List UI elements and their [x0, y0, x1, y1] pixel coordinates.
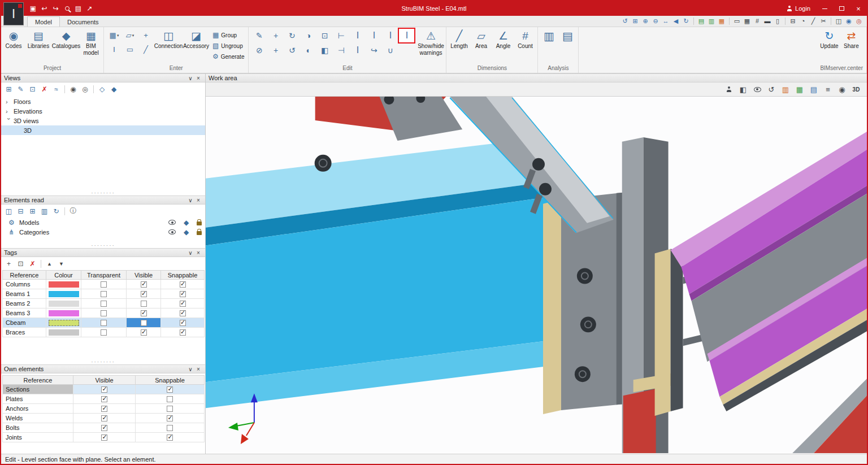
- expander-icon[interactable]: ›: [6, 98, 14, 105]
- snappable-checkbox[interactable]: [167, 415, 173, 421]
- cyan-beam[interactable]: [206, 138, 552, 408]
- zoom-window-icon[interactable]: ⊞: [631, 16, 640, 25]
- lock-icon[interactable]: [197, 231, 202, 235]
- tab-model[interactable]: Model: [27, 16, 60, 27]
- connection-button[interactable]: ◫ Connection: [155, 28, 181, 51]
- takeoff-view-icon[interactable]: ▦: [795, 84, 805, 94]
- tags-row-beams3[interactable]: Beams 3: [3, 308, 205, 318]
- camera-copy-icon[interactable]: ◎: [80, 84, 90, 94]
- zoom-search-icon[interactable]: [62, 4, 72, 14]
- visible-checkbox[interactable]: [141, 329, 147, 336]
- tag-tool-icon[interactable]: ◧: [316, 43, 333, 58]
- eye-view-icon[interactable]: [752, 84, 762, 94]
- orbit-view-icon[interactable]: ↺: [766, 84, 776, 94]
- viewport-3d[interactable]: [206, 96, 867, 454]
- slab-insert-icon[interactable]: ▭: [122, 42, 138, 57]
- visibility-eye-icon[interactable]: [168, 229, 176, 234]
- move-point-tool-icon[interactable]: +: [267, 43, 284, 58]
- add-tag-icon[interactable]: +: [4, 259, 14, 268]
- snappable-checkbox[interactable]: [167, 434, 173, 441]
- info-icon[interactable]: ⓘ: [68, 206, 78, 216]
- rotate-ccw-tool-icon[interactable]: ↺: [284, 43, 300, 58]
- cut-icon[interactable]: ✂: [819, 16, 828, 25]
- panel-splitter[interactable]: ········: [1, 360, 205, 364]
- report-icon[interactable]: ▤: [697, 16, 706, 25]
- analysis-table-icon[interactable]: ▥: [540, 28, 557, 44]
- tags-row-braces[interactable]: Braces: [3, 328, 205, 337]
- own-row-joints[interactable]: Joints: [3, 433, 205, 442]
- redraw-icon[interactable]: ↻: [682, 16, 691, 25]
- axes-insert-icon[interactable]: +: [138, 28, 154, 42]
- close-panel-icon[interactable]: ×: [194, 197, 202, 203]
- collapse-panel-icon[interactable]: ∨: [186, 75, 194, 81]
- lock-icon[interactable]: [197, 221, 202, 225]
- transparent-checkbox[interactable]: [101, 320, 107, 326]
- transparent-checkbox[interactable]: [101, 281, 107, 288]
- copy-tag-icon[interactable]: ⊡: [16, 259, 25, 268]
- previous-view-icon[interactable]: ◀: [671, 16, 680, 25]
- magenta-beam[interactable]: [671, 132, 867, 411]
- weld-insert-icon[interactable]: ╱: [138, 42, 154, 57]
- closed-views-icon[interactable]: ◆: [109, 84, 119, 94]
- beam-insert-icon[interactable]: Ⅰ: [106, 42, 122, 57]
- app-menu-button[interactable]: Ⅰ: [3, 2, 24, 25]
- analysis-results-icon[interactable]: ▤: [559, 28, 576, 44]
- tags-row-beams1[interactable]: Beams 1: [3, 289, 205, 299]
- libraries-button[interactable]: ▤ Libraries: [25, 28, 51, 51]
- visible-checkbox[interactable]: [101, 406, 107, 412]
- own-row-sections[interactable]: Sections: [3, 385, 205, 394]
- group-button[interactable]: ▦ Group: [211, 30, 246, 40]
- panel-splitter[interactable]: ········: [1, 191, 205, 195]
- online-globe-icon[interactable]: ◉: [844, 16, 853, 25]
- expander-icon[interactable]: ›: [6, 108, 14, 115]
- screen-icon[interactable]: ▬: [763, 16, 772, 25]
- rotate-tool-icon[interactable]: ↻: [284, 28, 300, 43]
- visible-checkbox[interactable]: [141, 310, 147, 316]
- undo-icon[interactable]: ↩: [40, 4, 49, 14]
- accessory-button[interactable]: ◪ Accessory: [183, 28, 209, 51]
- own-row-anchors[interactable]: Anchors: [3, 404, 205, 414]
- colour-swatch[interactable]: [49, 281, 79, 288]
- snappable-checkbox[interactable]: [167, 386, 173, 393]
- uturn-tool-icon[interactable]: ∪: [382, 43, 398, 58]
- camera-icon[interactable]: ◉: [68, 84, 78, 94]
- elements-row-models[interactable]: ⚙ Models ◆: [1, 218, 205, 227]
- tree-item-elevations[interactable]: › Elevations: [1, 106, 205, 116]
- close-panel-icon[interactable]: ×: [194, 366, 202, 372]
- snappable-checkbox[interactable]: [167, 396, 173, 402]
- visible-checkbox[interactable]: [141, 281, 147, 288]
- collapse-panel-icon[interactable]: ∨: [186, 250, 194, 256]
- area-button[interactable]: ▱ Area: [471, 28, 491, 51]
- count-button[interactable]: # Count: [515, 28, 535, 51]
- level-section-face-tool-icon[interactable]: Ⅰ: [398, 28, 415, 43]
- colour-swatch[interactable]: [49, 310, 79, 316]
- layers-icon[interactable]: ≡: [823, 84, 833, 94]
- own-row-welds[interactable]: Welds: [3, 414, 205, 423]
- move-up-icon[interactable]: ▲: [45, 259, 54, 268]
- tags-row-cbeam[interactable]: Cbeam: [3, 318, 205, 328]
- transparent-checkbox[interactable]: [101, 301, 107, 307]
- tags-row-beams2[interactable]: Beams 2: [3, 299, 205, 308]
- grid-view-icon[interactable]: ▥: [40, 206, 49, 216]
- minimize-button[interactable]: [816, 1, 833, 16]
- collapse-panel-icon[interactable]: ∨: [186, 197, 194, 203]
- visible-checkbox[interactable]: [141, 320, 147, 326]
- zoom-out-icon[interactable]: ⊖: [651, 16, 660, 25]
- colour-swatch[interactable]: [49, 320, 79, 326]
- takeoff-icon[interactable]: ▥: [707, 16, 716, 25]
- redo-icon[interactable]: ↪: [51, 4, 60, 14]
- ungroup-button[interactable]: ▧ Ungroup: [211, 41, 246, 51]
- elements-row-categories[interactable]: ⋔ Categories ◆: [1, 227, 205, 237]
- view-3d-icon[interactable]: 3D: [851, 84, 861, 94]
- own-row-plates[interactable]: Plates: [3, 394, 205, 404]
- delete-tag-icon[interactable]: ✗: [28, 259, 37, 268]
- bim-model-button[interactable]: ▦ BIM model: [81, 28, 101, 57]
- rectangle-tool-icon[interactable]: ▭: [732, 16, 741, 25]
- visible-checkbox[interactable]: [141, 301, 147, 307]
- snappable-checkbox[interactable]: [180, 310, 186, 316]
- delete-view-icon[interactable]: ✗: [40, 84, 49, 94]
- shorten-section-tool-icon[interactable]: Ⅰ: [366, 28, 382, 43]
- visible-checkbox[interactable]: [101, 415, 107, 421]
- path-tool-icon[interactable]: ↪: [366, 43, 382, 58]
- snappable-checkbox[interactable]: [180, 329, 186, 336]
